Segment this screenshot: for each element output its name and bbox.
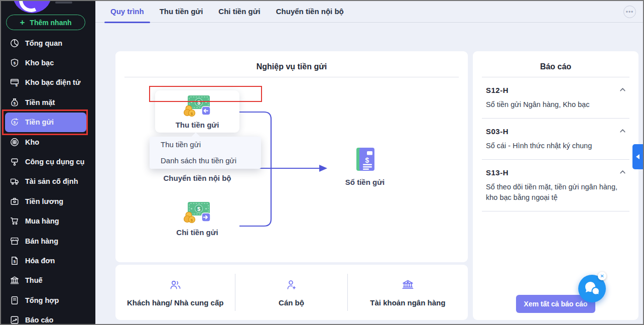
quick-links-card: Khách hàng/ Nhà cung cấpCán bộTài khoản … bbox=[115, 265, 468, 320]
report-item[interactable]: S12-HSổ tiền gửi Ngân hàng, Kho bạc bbox=[473, 77, 638, 110]
sidebar-item-label: Tổng quan bbox=[25, 39, 62, 47]
svg-text:$: $ bbox=[191, 111, 193, 116]
sales-icon bbox=[10, 236, 20, 246]
node-chi-tien-gui[interactable]: $ $ Chi tiền gửi bbox=[155, 201, 239, 237]
sidebar-item-e-treasury[interactable]: $Kho bạc điện tử bbox=[1, 73, 95, 92]
warehouse-icon bbox=[10, 137, 20, 147]
deposit-flow-card: Nghiệp vụ tiền gửi $ $ Thu tiền gửi Chuy… bbox=[115, 51, 468, 262]
logo-caption bbox=[55, 2, 72, 4]
sidebar-item-label: Kho bbox=[25, 138, 39, 146]
sidebar-item-label: Công cụ dụng cụ bbox=[25, 158, 84, 166]
divider bbox=[482, 211, 629, 211]
node-chuyen-tien-noi-bo[interactable]: Chuyển tiền nội bộ bbox=[155, 174, 239, 182]
svg-text:$: $ bbox=[14, 101, 16, 105]
pie-chart-icon bbox=[10, 38, 20, 48]
svg-text:$: $ bbox=[16, 83, 18, 87]
sidebar-item-tools[interactable]: Công cụ dụng cụ bbox=[1, 152, 95, 171]
sidebar-item-payroll[interactable]: Tiền lương bbox=[1, 191, 95, 211]
report-description: Sổ tiền gửi Ngân hàng, Kho bạc bbox=[486, 99, 625, 110]
reports-title: Báo cáo bbox=[473, 51, 638, 71]
chat-close-icon[interactable]: ✕ bbox=[598, 272, 606, 280]
node-thu-tien-gui[interactable]: $ $ Thu tiền gửi bbox=[155, 90, 239, 133]
ledger-book-icon: $ bbox=[353, 147, 377, 175]
report-code: S03-H bbox=[486, 127, 625, 136]
node-label: Chi tiền gửi bbox=[176, 228, 218, 237]
report-code: S12-H bbox=[486, 86, 625, 94]
quick-add-label: Thêm nhanh bbox=[30, 19, 71, 27]
quick-link-label: Tài khoản ngân hàng bbox=[370, 298, 445, 307]
sidebar-item-label: Mua hàng bbox=[25, 217, 59, 225]
general-icon bbox=[10, 295, 20, 305]
sidebar-item-treasury[interactable]: $Kho bạc bbox=[1, 53, 95, 72]
sidebar-item-label: Tài sản cố định bbox=[25, 177, 78, 185]
quick-link-bank-account[interactable]: Tài khoản ngân hàng bbox=[348, 273, 468, 312]
dropdown-item[interactable]: Thu tiền gửi bbox=[150, 137, 261, 153]
sidebar-item-label: Tiền gửi bbox=[25, 118, 54, 126]
sidebar-item-label: Kho bạc điện tử bbox=[25, 78, 80, 86]
quick-link-label: Khách hàng/ Nhà cung cấp bbox=[127, 298, 224, 307]
report-icon bbox=[10, 315, 20, 325]
sidebar-item-cash[interactable]: $Tiền mặt bbox=[1, 92, 95, 112]
reports-panel: Báo cáo S12-HSổ tiền gửi Ngân hàng, Kho … bbox=[473, 51, 638, 320]
sidebar-item-sales[interactable]: Bán hàng bbox=[1, 231, 95, 251]
topbar: Quy trìnhThu tiền gửiChi tiền gửiChuyển … bbox=[95, 1, 643, 23]
report-description: Sổ cái - Hình thức nhật ký chung bbox=[486, 141, 625, 151]
sidebar-item-fixed-asset[interactable]: Tài sản cố định bbox=[1, 172, 95, 191]
svg-text:$: $ bbox=[191, 218, 193, 223]
svg-text:$: $ bbox=[197, 99, 200, 105]
svg-text:$: $ bbox=[14, 61, 16, 65]
sidebar-item-pie-chart[interactable]: Tổng quan bbox=[1, 33, 95, 53]
sidebar-item-label: Thuế bbox=[25, 276, 43, 284]
tab-4[interactable]: Chuyển tiền nội bộ bbox=[270, 1, 350, 23]
collapse-panel-handle[interactable] bbox=[632, 144, 643, 169]
tab-2[interactable]: Thu tiền gửi bbox=[154, 1, 209, 23]
dropdown-item[interactable]: Danh sách thu tiền gửi bbox=[150, 153, 261, 169]
tab-3[interactable]: Chi tiền gửi bbox=[212, 1, 266, 23]
tab-1[interactable]: Quy trình bbox=[104, 1, 150, 23]
sidebar-item-label: Tiền mặt bbox=[25, 98, 55, 106]
sidebar-item-label: Kho bạc bbox=[25, 59, 54, 67]
svg-text:$: $ bbox=[14, 120, 16, 125]
fixed-asset-icon bbox=[10, 176, 20, 186]
plus-icon: + bbox=[20, 18, 25, 28]
svg-text:$: $ bbox=[14, 259, 16, 264]
quick-link-staff[interactable]: Cán bộ bbox=[235, 273, 347, 312]
ellipsis-icon[interactable]: ••• bbox=[623, 6, 636, 18]
quick-add-button[interactable]: + Thêm nhanh bbox=[6, 15, 85, 30]
sidebar-item-tax[interactable]: Thuế bbox=[1, 271, 95, 290]
e-treasury-icon: $ bbox=[10, 77, 20, 87]
sidebar-menu: Tổng quan$Kho bạc$Kho bạc điện tử$Tiền m… bbox=[1, 33, 95, 325]
sidebar-item-purchase[interactable]: Mua hàng bbox=[1, 211, 95, 231]
sidebar-item-label: Bán hàng bbox=[25, 237, 58, 245]
cash-icon: $ bbox=[10, 97, 20, 107]
sidebar-item-warehouse[interactable]: Kho bbox=[1, 132, 95, 152]
customers-icon bbox=[169, 278, 182, 294]
chevron-up-icon[interactable] bbox=[619, 86, 626, 95]
app-window: + Thêm nhanh Tổng quan$Kho bạc$Kho bạc đ… bbox=[0, 0, 644, 325]
node-label: Thu tiền gửi bbox=[176, 121, 219, 129]
tax-icon bbox=[10, 275, 20, 285]
node-so-tien-gui[interactable]: $ Sổ tiền gửi bbox=[323, 147, 407, 186]
node-label: Sổ tiền gửi bbox=[345, 178, 384, 186]
tab-bar: Quy trìnhThu tiền gửiChi tiền gửiChuyển … bbox=[104, 1, 353, 23]
sidebar-item-deposit[interactable]: $Tiền gửi bbox=[5, 113, 86, 132]
chat-bubbles-icon bbox=[584, 281, 601, 297]
report-item[interactable]: S13-HSổ theo dõi tiền mặt, tiền gửi ngân… bbox=[473, 160, 638, 203]
sidebar-item-invoice[interactable]: $Hóa đơn bbox=[1, 251, 95, 270]
sidebar: + Thêm nhanh Tổng quan$Kho bạc$Kho bạc đ… bbox=[1, 1, 95, 324]
svg-text:$: $ bbox=[197, 206, 200, 212]
invoice-icon: $ bbox=[10, 256, 20, 266]
report-item[interactable]: S03-HSổ cái - Hình thức nhật ký chung bbox=[473, 119, 638, 151]
svg-text:$: $ bbox=[365, 156, 369, 164]
tools-icon bbox=[10, 157, 20, 167]
payroll-icon bbox=[10, 196, 20, 206]
quick-link-customers[interactable]: Khách hàng/ Nhà cung cấp bbox=[115, 273, 235, 312]
sidebar-item-label: Hóa đơn bbox=[25, 257, 55, 265]
sidebar-item-label: Tổng hợp bbox=[25, 296, 59, 304]
sidebar-item-general[interactable]: Tổng hợp bbox=[1, 290, 95, 310]
chevron-up-icon[interactable] bbox=[619, 168, 626, 178]
purchase-icon bbox=[10, 216, 20, 226]
chevron-up-icon[interactable] bbox=[619, 127, 626, 137]
bank-account-icon bbox=[401, 278, 415, 294]
sidebar-item-report[interactable]: Báo cáo bbox=[1, 310, 95, 325]
